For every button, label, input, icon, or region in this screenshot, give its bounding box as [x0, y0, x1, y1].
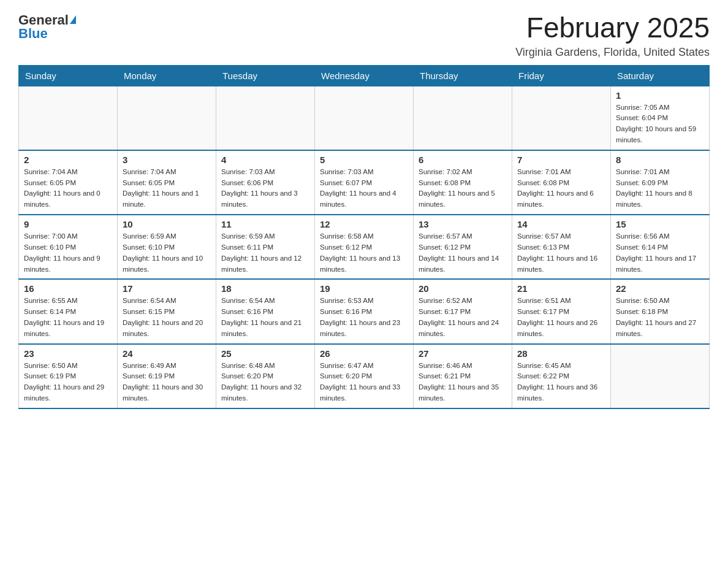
calendar-cell	[216, 86, 315, 150]
day-number: 16	[24, 283, 112, 294]
calendar-cell: 26Sunrise: 6:47 AMSunset: 6:20 PMDayligh…	[315, 344, 414, 408]
calendar-cell: 11Sunrise: 6:59 AMSunset: 6:11 PMDayligh…	[216, 215, 315, 279]
calendar-cell	[118, 86, 216, 150]
day-info: Sunrise: 6:51 AMSunset: 6:17 PMDaylight:…	[517, 296, 605, 339]
calendar-cell: 28Sunrise: 6:45 AMSunset: 6:22 PMDayligh…	[512, 344, 611, 408]
calendar: SundayMondayTuesdayWednesdayThursdayFrid…	[18, 65, 710, 409]
calendar-cell: 10Sunrise: 6:59 AMSunset: 6:10 PMDayligh…	[118, 215, 216, 279]
page-title: February 2025	[515, 12, 710, 44]
day-info: Sunrise: 6:56 AMSunset: 6:14 PMDaylight:…	[616, 231, 704, 275]
header-tuesday: Tuesday	[216, 65, 315, 86]
calendar-cell: 12Sunrise: 6:58 AMSunset: 6:12 PMDayligh…	[315, 215, 414, 279]
calendar-cell: 2Sunrise: 7:04 AMSunset: 6:05 PMDaylight…	[19, 150, 118, 215]
logo: General Blue	[18, 12, 76, 42]
calendar-cell: 27Sunrise: 6:46 AMSunset: 6:21 PMDayligh…	[414, 344, 512, 408]
logo-triangle-icon	[70, 15, 76, 24]
day-info: Sunrise: 6:57 AMSunset: 6:12 PMDaylight:…	[419, 231, 507, 275]
header-saturday: Saturday	[611, 65, 710, 86]
logo-blue: Blue	[18, 26, 48, 42]
day-number: 7	[517, 155, 605, 165]
header-sunday: Sunday	[19, 65, 118, 86]
day-number: 15	[616, 219, 704, 229]
day-number: 20	[419, 283, 507, 294]
day-info: Sunrise: 6:58 AMSunset: 6:12 PMDaylight:…	[320, 231, 408, 275]
calendar-cell: 3Sunrise: 7:04 AMSunset: 6:05 PMDaylight…	[118, 150, 216, 215]
day-info: Sunrise: 6:47 AMSunset: 6:20 PMDaylight:…	[320, 361, 408, 404]
day-info: Sunrise: 7:03 AMSunset: 6:07 PMDaylight:…	[320, 167, 408, 210]
calendar-cell: 9Sunrise: 7:00 AMSunset: 6:10 PMDaylight…	[19, 215, 118, 279]
day-info: Sunrise: 6:50 AMSunset: 6:18 PMDaylight:…	[616, 296, 704, 339]
calendar-cell: 18Sunrise: 6:54 AMSunset: 6:16 PMDayligh…	[216, 279, 315, 343]
day-info: Sunrise: 7:01 AMSunset: 6:09 PMDaylight:…	[616, 167, 704, 210]
day-info: Sunrise: 6:54 AMSunset: 6:16 PMDaylight:…	[221, 296, 309, 339]
header-friday: Friday	[512, 65, 611, 86]
day-number: 4	[221, 155, 309, 165]
calendar-cell: 22Sunrise: 6:50 AMSunset: 6:18 PMDayligh…	[611, 279, 710, 343]
day-number: 23	[24, 348, 112, 359]
calendar-cell: 6Sunrise: 7:02 AMSunset: 6:08 PMDaylight…	[414, 150, 512, 215]
day-info: Sunrise: 6:45 AMSunset: 6:22 PMDaylight:…	[517, 361, 605, 404]
calendar-cell: 24Sunrise: 6:49 AMSunset: 6:19 PMDayligh…	[118, 344, 216, 408]
calendar-cell: 4Sunrise: 7:03 AMSunset: 6:06 PMDaylight…	[216, 150, 315, 215]
day-info: Sunrise: 7:04 AMSunset: 6:05 PMDaylight:…	[24, 167, 112, 210]
day-number: 11	[221, 219, 309, 229]
day-number: 21	[517, 283, 605, 294]
day-number: 12	[320, 219, 408, 229]
day-number: 13	[419, 219, 507, 229]
calendar-cell: 19Sunrise: 6:53 AMSunset: 6:16 PMDayligh…	[315, 279, 414, 343]
day-info: Sunrise: 7:03 AMSunset: 6:06 PMDaylight:…	[221, 167, 309, 210]
header-wednesday: Wednesday	[315, 65, 414, 86]
calendar-cell: 5Sunrise: 7:03 AMSunset: 6:07 PMDaylight…	[315, 150, 414, 215]
day-number: 27	[419, 348, 507, 359]
calendar-cell: 15Sunrise: 6:56 AMSunset: 6:14 PMDayligh…	[611, 215, 710, 279]
day-info: Sunrise: 6:59 AMSunset: 6:11 PMDaylight:…	[221, 231, 309, 275]
day-number: 18	[221, 283, 309, 294]
day-number: 6	[419, 155, 507, 165]
day-info: Sunrise: 7:04 AMSunset: 6:05 PMDaylight:…	[123, 167, 211, 210]
day-number: 17	[123, 283, 211, 294]
subtitle: Virginia Gardens, Florida, United States	[515, 46, 710, 59]
calendar-cell	[414, 86, 512, 150]
calendar-cell	[19, 86, 118, 150]
day-info: Sunrise: 7:00 AMSunset: 6:10 PMDaylight:…	[24, 231, 112, 275]
calendar-cell: 21Sunrise: 6:51 AMSunset: 6:17 PMDayligh…	[512, 279, 611, 343]
calendar-cell: 8Sunrise: 7:01 AMSunset: 6:09 PMDaylight…	[611, 150, 710, 215]
day-number: 2	[24, 155, 112, 165]
calendar-week-1: 2Sunrise: 7:04 AMSunset: 6:05 PMDaylight…	[19, 150, 710, 215]
day-number: 28	[517, 348, 605, 359]
day-number: 24	[123, 348, 211, 359]
calendar-cell	[512, 86, 611, 150]
calendar-cell: 16Sunrise: 6:55 AMSunset: 6:14 PMDayligh…	[19, 279, 118, 343]
day-number: 19	[320, 283, 408, 294]
header-monday: Monday	[118, 65, 216, 86]
day-number: 10	[123, 219, 211, 229]
day-info: Sunrise: 6:48 AMSunset: 6:20 PMDaylight:…	[221, 361, 309, 404]
day-info: Sunrise: 6:49 AMSunset: 6:19 PMDaylight:…	[123, 361, 211, 404]
day-info: Sunrise: 6:55 AMSunset: 6:14 PMDaylight:…	[24, 296, 112, 339]
day-info: Sunrise: 6:46 AMSunset: 6:21 PMDaylight:…	[419, 361, 507, 404]
calendar-cell	[315, 86, 414, 150]
day-info: Sunrise: 6:54 AMSunset: 6:15 PMDaylight:…	[123, 296, 211, 339]
day-number: 9	[24, 219, 112, 229]
calendar-cell: 13Sunrise: 6:57 AMSunset: 6:12 PMDayligh…	[414, 215, 512, 279]
calendar-cell: 14Sunrise: 6:57 AMSunset: 6:13 PMDayligh…	[512, 215, 611, 279]
calendar-cell: 25Sunrise: 6:48 AMSunset: 6:20 PMDayligh…	[216, 344, 315, 408]
day-number: 8	[616, 155, 704, 165]
calendar-cell: 17Sunrise: 6:54 AMSunset: 6:15 PMDayligh…	[118, 279, 216, 343]
day-info: Sunrise: 7:05 AMSunset: 6:04 PMDaylight:…	[616, 102, 704, 146]
calendar-week-2: 9Sunrise: 7:00 AMSunset: 6:10 PMDaylight…	[19, 215, 710, 279]
day-number: 14	[517, 219, 605, 229]
calendar-cell	[611, 344, 710, 408]
calendar-week-4: 23Sunrise: 6:50 AMSunset: 6:19 PMDayligh…	[19, 344, 710, 408]
day-info: Sunrise: 6:50 AMSunset: 6:19 PMDaylight:…	[24, 361, 112, 404]
calendar-header-row: SundayMondayTuesdayWednesdayThursdayFrid…	[19, 65, 710, 86]
day-info: Sunrise: 7:01 AMSunset: 6:08 PMDaylight:…	[517, 167, 605, 210]
day-info: Sunrise: 7:02 AMSunset: 6:08 PMDaylight:…	[419, 167, 507, 210]
calendar-cell: 1Sunrise: 7:05 AMSunset: 6:04 PMDaylight…	[611, 86, 710, 150]
day-info: Sunrise: 6:59 AMSunset: 6:10 PMDaylight:…	[123, 231, 211, 275]
day-info: Sunrise: 6:53 AMSunset: 6:16 PMDaylight:…	[320, 296, 408, 339]
calendar-cell: 7Sunrise: 7:01 AMSunset: 6:08 PMDaylight…	[512, 150, 611, 215]
day-info: Sunrise: 6:57 AMSunset: 6:13 PMDaylight:…	[517, 231, 605, 275]
day-info: Sunrise: 6:52 AMSunset: 6:17 PMDaylight:…	[419, 296, 507, 339]
day-number: 25	[221, 348, 309, 359]
